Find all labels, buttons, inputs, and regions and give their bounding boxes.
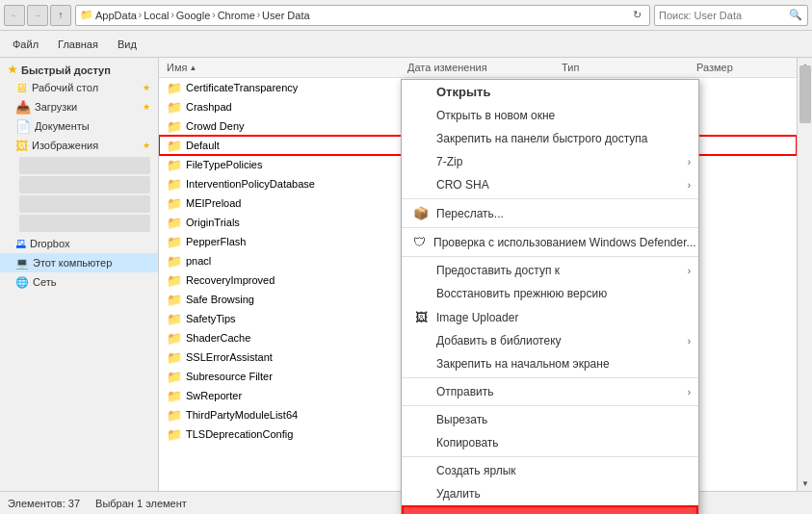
ctx-item-crosha[interactable]: CRO SHA›	[402, 173, 698, 196]
sidebar-blurred-2	[19, 176, 150, 193]
ctx-label-open: Открыть	[436, 85, 490, 99]
folder-icon: 📁	[167, 158, 182, 172]
folder-name-certificate: 📁 CertificateTransparency	[163, 81, 404, 95]
home-menu-button[interactable]: Главная	[49, 34, 107, 55]
forward-button[interactable]: →	[27, 5, 48, 26]
ctx-item-delete[interactable]: Удалить	[402, 482, 698, 505]
ctx-item-open[interactable]: Открыть	[402, 80, 698, 104]
folder-name: 📁 ShaderCache	[163, 331, 404, 346]
folder-icon: 📁	[167, 427, 182, 442]
sidebar-item-downloads[interactable]: 📥 Загрузки ★	[0, 97, 158, 116]
ctx-label-add-library: Добавить в библиотеку	[436, 334, 562, 347]
folder-name: 📁 Safe Browsing	[163, 293, 404, 307]
folder-icon: 📁	[167, 100, 182, 115]
folder-name: 📁 Crashpad	[163, 100, 404, 115]
up-button[interactable]: ↑	[50, 5, 71, 26]
sidebar-blurred-1	[19, 157, 150, 174]
images-label: Изображения	[32, 140, 98, 151]
breadcrumb-appdata[interactable]: AppData	[95, 10, 137, 21]
pc-icon: 💻	[15, 257, 29, 270]
col-name-header[interactable]: Имя ▲	[163, 60, 404, 75]
search-input[interactable]	[659, 10, 788, 21]
folder-icon-certificate: 📁	[167, 81, 182, 95]
sidebar-item-images[interactable]: 🖼 Изображения ★	[0, 136, 158, 155]
ctx-item-shortcut[interactable]: Создать ярлык	[402, 459, 698, 482]
search-icon[interactable]: 🔍	[788, 7, 803, 24]
downloads-folder-icon: 📥	[15, 100, 31, 115]
ctx-item-access[interactable]: Предоставить доступ к›	[402, 259, 698, 282]
sidebar-item-documents[interactable]: 📄 Документы	[0, 116, 158, 136]
sidebar-blurred-4	[19, 215, 150, 232]
folder-icon: 📁	[167, 273, 182, 288]
ctx-label-delete: Удалить	[436, 487, 481, 501]
folder-icon: 📁	[167, 119, 182, 134]
ctx-item-pin-start[interactable]: Закрепить на начальном экране	[402, 352, 698, 375]
title-bar: ← → ↑ 📁 AppData › Local › Google › Chrom…	[0, 0, 812, 31]
folder-icon: 📁	[167, 196, 182, 211]
scrollbar-thumb[interactable]	[799, 65, 811, 123]
ctx-item-open-new[interactable]: Открыть в новом окне	[402, 104, 698, 127]
ctx-arrow-7zip: ›	[688, 157, 691, 167]
nav-buttons: ← → ↑	[4, 5, 71, 26]
quick-access-header: ★ Быстрый доступ	[0, 62, 158, 78]
dropbox-icon: 🗳	[15, 238, 26, 249]
ctx-label-image-uploader: Image Uploader	[436, 311, 518, 324]
ctx-separator-sep3	[402, 256, 698, 257]
breadcrumb-chrome[interactable]: Chrome	[218, 10, 255, 21]
toolbar: Файл Главная Вид	[0, 31, 812, 58]
network-label: Сеть	[33, 276, 56, 288]
sidebar-item-this-pc[interactable]: 💻 Этот компьютер	[0, 253, 158, 272]
folder-name: 📁 SwReporter	[163, 389, 404, 403]
view-menu-button[interactable]: Вид	[109, 34, 145, 55]
ctx-item-share[interactable]: 📦Переслать...	[402, 201, 698, 225]
folder-name: 📁 TLSDeprecationConfig	[163, 427, 404, 442]
ctx-item-pin[interactable]: Закрепить на панели быстрого доступа	[402, 127, 698, 150]
ctx-item-restore[interactable]: Восстановить прежнюю версию	[402, 282, 698, 305]
ctx-item-cut[interactable]: Вырезать	[402, 408, 698, 431]
col-type-header[interactable]: Тип	[558, 60, 693, 75]
ctx-item-send-to[interactable]: Отправить›	[402, 380, 698, 403]
ctx-item-rename[interactable]: Переименовать	[402, 505, 698, 514]
folder-icon: 📁	[167, 235, 182, 249]
refresh-button[interactable]: ↻	[628, 7, 645, 24]
ctx-icon-image-uploader: 🖼	[413, 310, 429, 324]
back-button[interactable]: ←	[4, 5, 25, 26]
ctx-separator-sep2	[402, 227, 698, 228]
breadcrumb-local[interactable]: Local	[144, 10, 169, 21]
breadcrumb-folder-icon[interactable]: 📁	[80, 9, 93, 21]
ctx-item-7zip[interactable]: 7-Zip›	[402, 150, 698, 173]
breadcrumb-sep-1: ›	[139, 10, 142, 20]
breadcrumb-sep-3: ›	[212, 10, 215, 20]
breadcrumb-userdata[interactable]: User Data	[262, 10, 310, 21]
scrollbar-down-button[interactable]: ▼	[798, 475, 812, 491]
desktop-folder-icon: 🖥	[15, 81, 28, 95]
this-pc-label: Этот компьютер	[33, 257, 112, 269]
documents-label: Документы	[35, 120, 90, 132]
ctx-label-pin: Закрепить на панели быстрого доступа	[436, 132, 648, 145]
col-size-header[interactable]: Размер	[693, 60, 779, 75]
sidebar-item-desktop[interactable]: 🖥 Рабочий стол ★	[0, 78, 158, 97]
downloads-label: Загрузки	[35, 101, 77, 113]
file-menu-button[interactable]: Файл	[4, 34, 47, 55]
scrollbar[interactable]: ▲ ▼	[797, 58, 812, 491]
dropbox-label: Dropbox	[30, 238, 70, 249]
col-date-header[interactable]: Дата изменения	[404, 60, 558, 75]
ctx-item-copy[interactable]: Копировать	[402, 431, 698, 454]
folder-icon: 📁	[167, 293, 182, 307]
images-pin-icon: ★	[143, 141, 150, 150]
folder-icon: 📁	[167, 177, 182, 192]
folder-name: 📁 Subresource Filter	[163, 370, 404, 384]
ctx-item-image-uploader[interactable]: 🖼Image Uploader	[402, 305, 698, 329]
breadcrumb-sep-2: ›	[170, 10, 173, 20]
folder-icon: 📁	[167, 408, 182, 423]
sidebar-item-network[interactable]: 🌐 Сеть	[0, 272, 158, 292]
ctx-label-restore: Восстановить прежнюю версию	[436, 287, 607, 300]
address-bar[interactable]: 📁 AppData › Local › Google › Chrome › Us…	[75, 5, 650, 26]
ctx-item-defender[interactable]: 🛡Проверка с использованием Windows Defen…	[402, 230, 698, 254]
sidebar-item-dropbox[interactable]: 🗳 Dropbox	[0, 234, 158, 253]
breadcrumb-google[interactable]: Google	[176, 10, 210, 21]
search-bar[interactable]: 🔍	[654, 5, 808, 26]
folder-name: 📁 OriginTrials	[163, 216, 404, 230]
folder-name: 📁 pnacl	[163, 254, 404, 269]
ctx-item-add-library[interactable]: Добавить в библиотеку›	[402, 329, 698, 352]
